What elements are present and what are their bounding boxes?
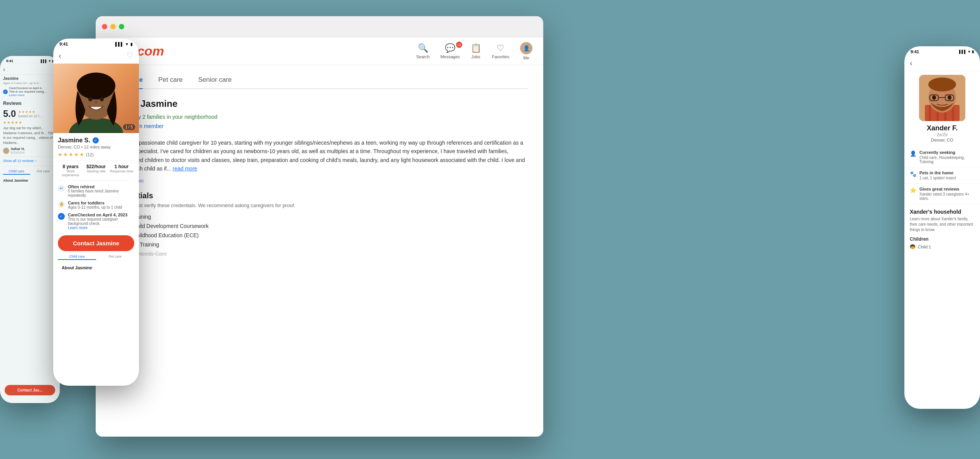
caregiver-name: Jasmine S. [58, 137, 90, 144]
contact-button-left[interactable]: Contact Jas... [5, 385, 55, 395]
close-dot[interactable] [102, 24, 107, 29]
search-nav-item[interactable]: 🔍 Search [416, 43, 430, 59]
carechecked-text: CareChecked on April 4, [9, 86, 46, 90]
tab-petcare[interactable]: Pet care [30, 169, 57, 175]
carechecked-sub: This is our required careg... [9, 90, 46, 93]
star: ★ [3, 120, 7, 125]
jobs-nav-item[interactable]: 📋 Jobs [471, 43, 481, 59]
show-reviews[interactable]: Show all 12 reviews › [3, 157, 57, 163]
profile-image-container: 1 / 5 [53, 64, 139, 133]
messages-icon: 💬 [445, 43, 455, 53]
phone-left-statusbar: 9:41 ▌▌▌ ▼ ▮ [0, 56, 60, 64]
xander-photo-container [904, 71, 980, 124]
phone-middle: 9:41 ▌▌▌ ▼ ▮ ‹ ♡ [53, 39, 139, 386]
star5: ★ [79, 152, 84, 157]
phone-right-statusbar: 9:41 ▌▌▌ ▼ ▮ [904, 46, 980, 56]
profile-header: About Jasmine 🤝 Hired by 2 families in y… [111, 98, 528, 132]
star5: ★ [32, 110, 35, 114]
based-on-text: based on 12 r... [18, 114, 42, 118]
star1: ★ [18, 110, 21, 114]
browser-content: Child care Pet care Senior care About Ja… [96, 65, 543, 437]
star: ★ [19, 120, 22, 125]
tab-petcare[interactable]: Pet care [158, 76, 182, 89]
phone-right: 9:41 ▌▌▌ ▼ ▮ ‹ [904, 46, 980, 409]
about-section-label: About Jasmine [58, 262, 134, 273]
me-label: Me [523, 56, 529, 60]
contact-button[interactable]: Contact Jasmine [58, 235, 134, 251]
signal-icons: ▌▌▌ ▼ ▮ [115, 42, 133, 46]
star: ★ [15, 120, 18, 125]
toddler-sub: Ages 0-11 months, up to 1 child [68, 205, 122, 209]
messages-label: Messages [441, 54, 460, 59]
stars-row: ★ ★ ★ ★ ★ (12) [58, 152, 134, 157]
search-icon: 🔍 [418, 43, 428, 53]
contact-btn-container: Contact Jas... [0, 385, 60, 395]
star3: ★ [25, 110, 28, 114]
based-on-count: 12 r... [34, 114, 42, 118]
child1-name: Child 1 [918, 245, 931, 249]
back-button[interactable]: ‹ [59, 51, 61, 60]
carechecked-sub: This is our required caregiver backgroun… [68, 217, 134, 226]
minimize-dot[interactable] [110, 24, 116, 29]
jasmine-illustration [57, 64, 135, 133]
seeking-label: Currently seeking [919, 150, 975, 155]
tab-seniorcare[interactable]: Senior care [198, 76, 232, 89]
stat-rate-label: Starting rate [83, 169, 109, 173]
browser-window: care.com 🔍 Search 💬 12 Messages 📋 Jobs ♡… [96, 16, 543, 437]
reviews-section: Reviews 5.0 ★ ★ ★ ★ ★ based on 12 r... [3, 99, 57, 164]
carechecked-title: CareChecked on April 4, 2023 [68, 213, 134, 217]
show-reviews-text: Show all 12 reviews [3, 159, 34, 163]
search-label: Search [416, 54, 430, 59]
review-stars: ★ ★ ★ ★ ★ [18, 110, 42, 114]
wifi-icon: ▼ [125, 42, 129, 46]
feature-rehired: ↩ Often rehired 5 families have hired Ja… [58, 184, 134, 197]
stat-response-value: 1 hour [109, 164, 134, 169]
credentials-note: Care does not verify these credentials. … [111, 202, 528, 208]
phone-left-time: 9:41 [6, 59, 13, 63]
favorite-button[interactable]: ♡ [127, 51, 133, 60]
profile-photo [53, 64, 139, 133]
learn-more-link[interactable]: Learn more [68, 226, 134, 230]
svg-point-17 [948, 96, 951, 100]
svg-rect-7 [929, 105, 931, 121]
partial-ages: Ages 0-3 and 12+, up to 2... [3, 81, 57, 85]
favorites-label: Favorites [492, 54, 509, 59]
phone-profile-content: Jasmine S. ✓ Denver, CO • 12 miles away … [53, 133, 139, 277]
tab-petcare-bottom[interactable]: Pet care [96, 254, 134, 260]
messages-nav-item[interactable]: 💬 12 Messages [441, 43, 460, 59]
stat-experience-value: 8 years [58, 164, 83, 169]
credentials-section: Credentials Care does not verify these c… [111, 191, 528, 260]
star3: ★ [69, 152, 73, 157]
heart-icon: ♡ [497, 43, 504, 53]
review-score: 5.0 [3, 108, 16, 119]
me-nav-item[interactable]: 👤 Me [520, 42, 532, 60]
read-more-link[interactable]: read more [173, 165, 198, 172]
stat-response: 1 hour Response time [109, 164, 134, 177]
favorites-nav-item[interactable]: ♡ Favorites [492, 43, 509, 59]
credential-cpr: ✓ CPR Training [111, 214, 528, 220]
about-title: About Jasmine [111, 98, 528, 109]
star1: ★ [58, 152, 63, 157]
tab-childcare-bottom[interactable]: Child care [58, 254, 96, 260]
image-counter: 1 / 5 [123, 124, 135, 130]
tab-childcare[interactable]: Child care [3, 169, 30, 175]
based-on: based on [18, 114, 32, 118]
phone-middle-navbar: ‹ ♡ [53, 48, 139, 64]
phone-right-navbar: ‹ [904, 56, 980, 71]
seeking-value: Child care, Housekeeping, Tutoring [919, 155, 975, 164]
reviews-title: Reviews [3, 101, 57, 106]
assisted-bio[interactable]: ✦ Assisted bio [111, 178, 528, 184]
children-label: Children [910, 236, 975, 242]
feature-carechecked: ✓ CareChecked on April 4, 2023 This is o… [58, 213, 134, 230]
phone-left-navbar: ‹ [0, 64, 60, 75]
learn-more[interactable]: Learn more [9, 93, 46, 97]
nav-icons: 🔍 Search 💬 12 Messages 📋 Jobs ♡ Favorite… [416, 42, 532, 60]
maximize-dot[interactable] [119, 24, 124, 29]
reviewer-date: 6/13/2024 [11, 151, 25, 154]
stats-row: 8 years Work experience $22/hour Startin… [58, 160, 134, 181]
xander-location: Denver, CO [904, 138, 980, 142]
carechecked-icon: ✓ [58, 213, 65, 220]
rehired-icon: ↩ [58, 185, 65, 192]
back-button[interactable]: ‹ [3, 66, 5, 73]
back-button[interactable]: ‹ [910, 59, 912, 68]
